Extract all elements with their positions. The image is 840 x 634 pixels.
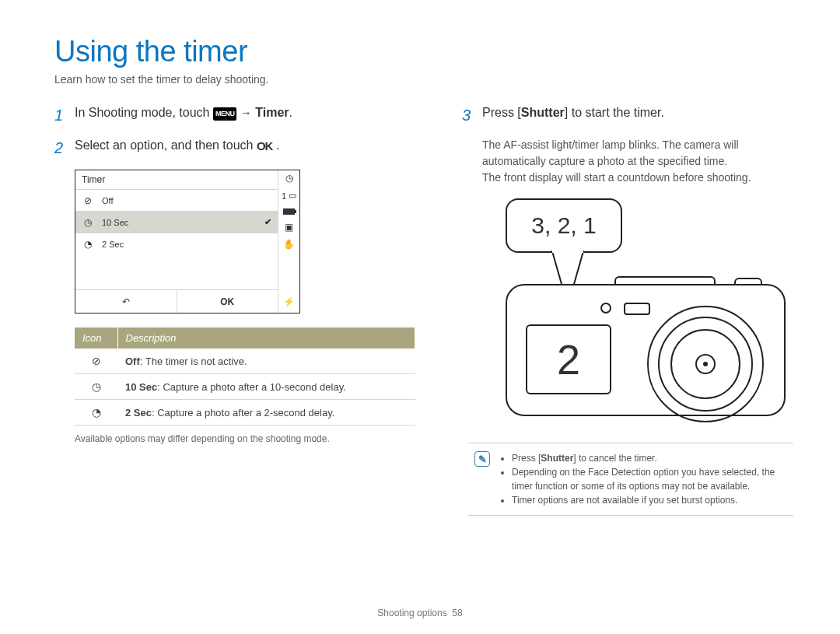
step-number: 1 — [54, 104, 68, 126]
option-2sec[interactable]: ◔ 2 Sec — [75, 233, 278, 254]
step-number: 2 — [54, 137, 68, 159]
option-label: 10 Sec — [102, 218, 128, 227]
svg-rect-0 — [552, 250, 583, 253]
option-10sec[interactable]: ◷ 10 Sec ✔ — [75, 211, 278, 233]
step-3: 3 Press [Shutter] to start the timer. — [462, 104, 793, 126]
screen-side: ◷ 1▭ ▣ ✋ ⚡ — [278, 170, 299, 313]
countdown-bubble: 3, 2, 1 — [506, 198, 622, 253]
row-rest: : Capture a photo after a 2-second delay… — [152, 407, 334, 419]
camera-body: 2 — [506, 284, 786, 416]
left-column: 1 In Shooting mode, touch MENU → Timer. … — [54, 104, 415, 516]
step-1-text-pre: In Shooting mode, touch — [75, 106, 213, 119]
right-column: 3 Press [Shutter] to start the timer. Th… — [462, 104, 793, 516]
lens-icon — [647, 306, 764, 422]
step-1-post: . — [289, 106, 292, 119]
back-button[interactable]: ↶ — [75, 290, 177, 313]
timer-2-icon: ◔ — [82, 239, 94, 250]
step-2-post: . — [272, 138, 279, 152]
mode-icon: ▣ — [283, 222, 296, 232]
table-row: ⊘ Off: The timer is not active. — [75, 349, 415, 374]
step-1-target: Timer — [255, 106, 289, 119]
description-table: Icon Description ⊘ Off: The timer is not… — [75, 328, 415, 426]
timer-10-icon: ◷ — [82, 217, 94, 228]
detail-line-2: The front display will start a countdown… — [482, 170, 793, 186]
step-3-bold: Shutter — [521, 106, 565, 119]
footer-section: Shooting options — [377, 608, 446, 618]
step-number: 3 — [462, 104, 476, 126]
screen-title: Timer — [75, 170, 278, 189]
table-row: ◷ 10 Sec: Capture a photo after a 10-sec… — [75, 374, 415, 400]
page-title: Using the timer — [54, 35, 786, 68]
flash-window-icon — [624, 303, 650, 315]
row-bold: 2 Sec — [125, 407, 152, 419]
option-off[interactable]: ⊘ Off — [75, 189, 278, 211]
timer-screen: Timer ⊘ Off ◷ 10 Sec ✔ ◔ 2 Sec ↶ OK — [75, 170, 300, 313]
note-item: Press [Shutter] to cancel the timer. — [512, 451, 787, 465]
row-rest: : The timer is not active. — [140, 356, 247, 367]
flash-icon: ⚡ — [283, 297, 296, 306]
row-rest: : Capture a photo after a 10-second dela… — [157, 381, 346, 393]
arrow-icon: → — [240, 106, 252, 119]
option-label: Off — [102, 196, 113, 205]
table-footnote: Available options may differ depending o… — [75, 433, 415, 444]
step-3-post: ] to start the timer. — [565, 106, 664, 119]
th-desc: Description — [117, 328, 415, 349]
hand-icon: ✋ — [283, 240, 296, 249]
table-row: ◔ 2 Sec: Capture a photo after a 2-secon… — [75, 400, 415, 426]
timer-status-icon: ◷ — [283, 173, 296, 183]
note-icon: ✎ — [474, 451, 490, 467]
side-count: 1 — [282, 191, 286, 201]
step-3-pre: Press [ — [482, 106, 521, 119]
note-post: ] to cancel the timer. — [573, 453, 656, 464]
note-item: Depending on the Face Detection option y… — [512, 465, 787, 493]
note-box: ✎ Press [Shutter] to cancel the timer. D… — [468, 443, 793, 516]
check-icon: ✔ — [264, 217, 271, 227]
note-item: Timer options are not available if you s… — [512, 493, 787, 507]
step-2: 2 Select an option, and then touch OK . — [54, 137, 415, 159]
step-3-detail: The AF-assist light/timer lamp blinks. T… — [482, 137, 793, 186]
step-1: 1 In Shooting mode, touch MENU → Timer. — [54, 104, 415, 126]
th-icon: Icon — [75, 328, 117, 349]
af-lamp-icon — [600, 303, 611, 313]
timer-10-icon: ◷ — [92, 380, 101, 393]
footer: Shooting options 58 — [0, 608, 840, 618]
front-display: 2 — [526, 324, 611, 394]
page-subtitle: Learn how to set the timer to delay shoo… — [54, 73, 786, 86]
footer-page: 58 — [452, 608, 462, 618]
row-bold: Off — [125, 356, 140, 367]
menu-icon: MENU — [213, 107, 237, 121]
photo-count-icon: ▭ — [289, 191, 296, 201]
timer-off-icon: ⊘ — [82, 195, 94, 206]
row-bold: 10 Sec — [125, 381, 157, 393]
note-bold: Shutter — [541, 453, 573, 464]
option-label: 2 Sec — [102, 240, 124, 249]
timer-2-icon: ◔ — [92, 406, 101, 419]
step-2-text-pre: Select an option, and then touch — [75, 138, 257, 152]
ok-button[interactable]: OK — [177, 290, 278, 313]
note-pre: Press [ — [512, 453, 541, 464]
detail-line-1: The AF-assist light/timer lamp blinks. T… — [482, 137, 793, 170]
ok-icon: OK — [257, 138, 273, 154]
timer-off-icon: ⊘ — [92, 355, 101, 367]
camera-illustration: 3, 2, 1 2 — [482, 198, 793, 432]
battery-icon — [283, 208, 295, 215]
